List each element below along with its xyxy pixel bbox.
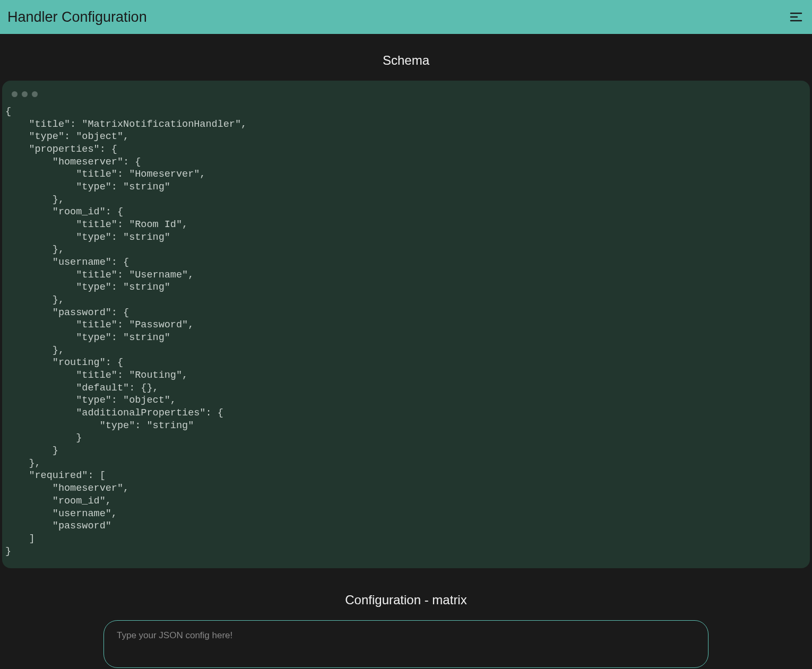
window-dot-icon <box>12 91 18 97</box>
window-dot-icon <box>32 91 38 97</box>
window-dot-icon <box>22 91 28 97</box>
page-title: Handler Configuration <box>7 9 147 25</box>
textarea-wrapper <box>0 620 812 668</box>
config-section: Configuration - matrix <box>0 577 812 669</box>
schema-json-content: { "title": "MatrixNotificationHandler", … <box>5 106 807 558</box>
menu-toggle-icon[interactable] <box>790 11 805 23</box>
window-controls <box>5 89 807 106</box>
config-section-title: Configuration - matrix <box>0 583 812 620</box>
config-json-input[interactable] <box>103 620 709 668</box>
app-header: Handler Configuration <box>0 0 812 34</box>
schema-code-block: { "title": "MatrixNotificationHandler", … <box>2 81 810 568</box>
main-content: Schema { "title": "MatrixNotificationHan… <box>0 34 812 669</box>
schema-section-title: Schema <box>0 34 812 81</box>
